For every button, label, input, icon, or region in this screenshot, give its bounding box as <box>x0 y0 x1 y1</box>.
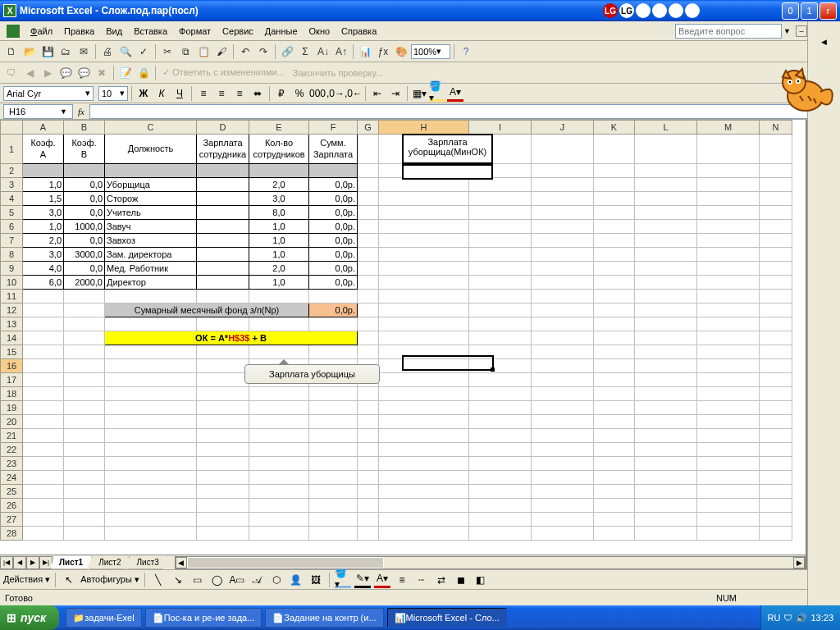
help-icon[interactable]: ? <box>458 43 474 60</box>
cell-F10[interactable]: 0,0р. <box>309 276 358 290</box>
cell-J19[interactable] <box>532 401 594 415</box>
side-input-box[interactable] <box>402 164 493 180</box>
cell-H22[interactable] <box>379 443 469 457</box>
cell-F23[interactable] <box>309 457 358 471</box>
cell-G10[interactable] <box>358 276 379 290</box>
cell-J14[interactable] <box>532 331 594 345</box>
scroll-right-icon[interactable]: ▶ <box>793 557 805 568</box>
cell-C2[interactable] <box>105 164 197 178</box>
cell-D1[interactable]: Зарплатасотрудника <box>197 135 249 164</box>
merge-center-button[interactable]: ⬌ <box>249 85 266 102</box>
cell-I22[interactable] <box>469 443 532 457</box>
system-tray[interactable]: RU 🛡 🔊 13:23 <box>760 605 840 630</box>
name-box[interactable]: H16▼ <box>3 104 73 119</box>
cell-E19[interactable] <box>249 401 309 415</box>
cell-H10[interactable] <box>379 276 469 290</box>
cell-G15[interactable] <box>358 345 379 359</box>
cell-J8[interactable] <box>532 248 594 262</box>
cell-G6[interactable] <box>358 220 379 234</box>
cell-F15[interactable] <box>309 345 358 359</box>
cell-K22[interactable] <box>594 443 635 457</box>
rectangle-icon[interactable]: ▭ <box>189 572 206 588</box>
row-header-11[interactable]: 11 <box>1 290 23 304</box>
cell-A8[interactable]: 3,0 <box>23 248 64 262</box>
cell-C24[interactable] <box>105 471 197 485</box>
cell-H13[interactable] <box>379 317 469 331</box>
cell-H15[interactable] <box>379 345 469 359</box>
row-header-9[interactable]: 9 <box>1 262 23 276</box>
cell-F3[interactable]: 0,0р. <box>309 178 358 192</box>
cell-G23[interactable] <box>358 457 379 471</box>
cell-I21[interactable] <box>469 429 532 443</box>
cell-C11[interactable] <box>105 290 197 304</box>
cell-C8[interactable]: Зам. директора <box>105 248 197 262</box>
cell-N12[interactable] <box>760 304 792 317</box>
cell-A4[interactable]: 1,5 <box>23 192 64 206</box>
cell-C6[interactable]: Завуч <box>105 220 197 234</box>
currency-button[interactable]: ₽ <box>273 85 290 102</box>
row-header-16[interactable]: 16 <box>1 359 23 373</box>
cell-H12[interactable] <box>379 304 469 317</box>
zoom-combo[interactable]: 100% ▾ <box>411 44 450 59</box>
cell-K23[interactable] <box>594 457 635 471</box>
cell-G24[interactable] <box>358 471 379 485</box>
cell-E10[interactable]: 1,0 <box>249 276 309 290</box>
row-header-2[interactable]: 2 <box>1 164 23 178</box>
cell-L18[interactable] <box>635 387 697 401</box>
cell-I9[interactable] <box>469 262 532 276</box>
cell-B13[interactable] <box>64 317 105 331</box>
cell-L14[interactable] <box>635 331 697 345</box>
cell-H7[interactable] <box>379 234 469 248</box>
cell-I19[interactable] <box>469 401 532 415</box>
cell-D15[interactable] <box>197 345 249 359</box>
cell-A11[interactable] <box>23 290 64 304</box>
cell-K7[interactable] <box>594 234 635 248</box>
cell-H5[interactable] <box>379 206 469 220</box>
cell-M24[interactable] <box>697 471 760 485</box>
cell-B20[interactable] <box>64 415 105 429</box>
row-header-8[interactable]: 8 <box>1 248 23 262</box>
tab-first-icon[interactable]: |◀ <box>0 556 13 569</box>
cell-N15[interactable] <box>760 345 792 359</box>
cell-B24[interactable] <box>64 471 105 485</box>
row-header-7[interactable]: 7 <box>1 234 23 248</box>
cell-D22[interactable] <box>197 443 249 457</box>
cell-I14[interactable] <box>469 331 532 345</box>
cell-C23[interactable] <box>105 457 197 471</box>
row-header-4[interactable]: 4 <box>1 192 23 206</box>
cell-K10[interactable] <box>594 276 635 290</box>
menu-edit[interactable]: Правка <box>58 25 100 38</box>
chart-icon[interactable]: 📊 <box>357 43 373 60</box>
cell-J21[interactable] <box>532 429 594 443</box>
cell-F22[interactable] <box>309 443 358 457</box>
cell-G7[interactable] <box>358 234 379 248</box>
scroll-left-icon[interactable]: ◀ <box>176 557 187 568</box>
cell-L23[interactable] <box>635 457 697 471</box>
cell-M14[interactable] <box>697 331 760 345</box>
col-header-F[interactable]: F <box>309 121 358 135</box>
cell-H6[interactable] <box>379 220 469 234</box>
cell-A25[interactable] <box>23 485 64 499</box>
cell-B9[interactable]: 0,0 <box>64 262 105 276</box>
drawing-icon[interactable]: 🎨 <box>393 43 409 60</box>
cell-L25[interactable] <box>635 485 697 499</box>
cell-G22[interactable] <box>358 443 379 457</box>
cell-A23[interactable] <box>23 457 64 471</box>
mail-icon[interactable]: ✉ <box>75 43 92 60</box>
col-header-I[interactable]: I <box>469 121 532 135</box>
save-icon[interactable]: 💾 <box>39 43 56 60</box>
cell-G21[interactable] <box>358 429 379 443</box>
comma-button[interactable]: 000 <box>309 85 326 102</box>
minimize-button[interactable]: 0 <box>782 2 799 20</box>
cut-icon[interactable]: ✂ <box>159 43 176 60</box>
taskbar-item[interactable]: 📁 задачи-Exel <box>66 608 141 628</box>
select-objects-icon[interactable]: ↖ <box>61 572 77 588</box>
cell-B23[interactable] <box>64 457 105 471</box>
line-style-icon[interactable]: ≡ <box>394 572 410 588</box>
tab-last-icon[interactable]: ▶| <box>39 556 52 569</box>
cell-M2[interactable] <box>697 164 760 178</box>
cell-C5[interactable]: Учитель <box>105 206 197 220</box>
cell-I3[interactable] <box>469 178 532 192</box>
sheet-tab-2[interactable]: Лист2 <box>89 556 130 569</box>
align-left-button[interactable]: ≡ <box>195 85 212 102</box>
